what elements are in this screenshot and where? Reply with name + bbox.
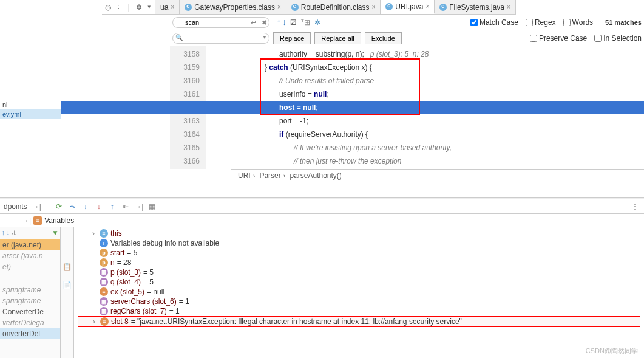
variables-tree[interactable]: ›≡this iVariables debug info not availab… xyxy=(74,227,644,358)
variables-pane: ›≡this iVariables debug info not availab… xyxy=(74,227,644,358)
var-q[interactable]: ▦q (slot_4) = 5 xyxy=(78,277,640,287)
history-icon[interactable]: ↩ xyxy=(251,19,256,27)
frame-item[interactable]: arser (java.n xyxy=(0,250,60,261)
evaluate-icon[interactable]: ▦ xyxy=(147,201,158,212)
code-line: // Undo results of failed parse xyxy=(206,74,644,88)
code-body[interactable]: authority = substring(p, n); p (slot_3):… xyxy=(206,46,644,169)
target-icon[interactable]: ◎ xyxy=(104,2,112,13)
code-line: userInfo = null; xyxy=(206,88,644,101)
code-line-current: host = null; xyxy=(61,101,644,114)
crumb[interactable]: parseAuthority() xyxy=(290,171,341,180)
replace-all-button[interactable]: Replace all xyxy=(314,32,361,44)
frame-item[interactable]: et) xyxy=(0,261,60,272)
arrow-icon[interactable]: →| xyxy=(22,216,31,225)
copy-icon[interactable]: 📋 xyxy=(62,261,73,272)
paste-icon[interactable]: 📄 xyxy=(62,280,73,291)
run-to-cursor-icon[interactable]: →| xyxy=(134,201,144,212)
match-count: 51 matches xyxy=(605,19,642,26)
search-input-wrap: ↩ ✖ xyxy=(172,17,269,28)
var-p[interactable]: ▦p (slot_3) = 5 xyxy=(78,267,640,277)
file-item-selected[interactable]: ev.yml xyxy=(0,109,61,119)
exclude-button[interactable]: Exclude xyxy=(365,32,402,44)
step-over-icon[interactable]: ⤼ xyxy=(67,201,78,212)
funnel-icon[interactable]: ▼ xyxy=(52,229,59,238)
crumb[interactable]: URI xyxy=(238,171,251,180)
in-selection-checkbox[interactable]: In Selection xyxy=(594,34,642,43)
tab-uri[interactable]: URI.java× xyxy=(381,0,435,14)
class-icon xyxy=(185,4,192,11)
gear-icon[interactable]: ✲ xyxy=(135,2,143,13)
label: Words xyxy=(572,18,593,27)
pin-icon[interactable]: →| xyxy=(32,202,41,211)
filter-icon[interactable]: ⚂ xyxy=(288,17,299,28)
var-ex[interactable]: ≡ex (slot_5) = null xyxy=(78,287,640,297)
crumb[interactable]: Parser xyxy=(259,171,280,180)
line-number: 3164 xyxy=(170,128,200,141)
top-toolbar: ◎ ÷ | ✲ ▼ xyxy=(102,0,155,15)
label: Match Case xyxy=(480,18,518,27)
tab-routedef[interactable]: RouteDefinition.class× xyxy=(286,0,381,14)
match-case-checkbox[interactable]: Match Case xyxy=(470,18,518,27)
slot-icon: ▦ xyxy=(100,278,108,286)
var-n[interactable]: pn = 28 xyxy=(78,258,640,267)
var-slot8[interactable]: ›≡slot 8 = "java.net.URISyntaxException:… xyxy=(78,316,640,327)
slot-icon: ▦ xyxy=(100,307,108,315)
next-match-icon[interactable]: ↓ xyxy=(282,17,286,28)
line-number: 3165 xyxy=(170,141,200,154)
clear-icon[interactable]: ✖ xyxy=(262,19,267,27)
regex-checkbox[interactable]: Regex xyxy=(526,18,556,27)
close-icon[interactable]: × xyxy=(171,4,174,10)
collapse-icon[interactable]: ÷ xyxy=(115,2,123,13)
var-info: iVariables debug info not available xyxy=(78,238,640,248)
file-item[interactable]: nl xyxy=(0,100,61,109)
frame-item[interactable]: springframe xyxy=(0,284,60,295)
frames-list[interactable]: ↑ ↓ ⫝ ▼ er (java.net) arser (java.n et) … xyxy=(0,227,61,358)
close-icon[interactable]: × xyxy=(277,4,281,10)
restart-icon[interactable]: ⟳ xyxy=(53,201,64,212)
replace-button[interactable]: Replace xyxy=(273,32,311,44)
step-into-icon[interactable]: ↓ xyxy=(80,201,91,212)
label: Preserve Case xyxy=(539,34,587,43)
var-start[interactable]: pstart = 5 xyxy=(78,248,640,258)
separator-icon: | xyxy=(125,2,133,13)
slot-icon: ≡ xyxy=(100,287,108,296)
up-icon[interactable]: ↑ xyxy=(1,229,5,238)
code-line: if (requireServerAuthority) { xyxy=(206,128,644,141)
force-step-icon[interactable]: ↓ xyxy=(93,201,104,212)
settings-icon[interactable]: ✲ xyxy=(312,17,323,28)
close-icon[interactable]: × xyxy=(425,3,429,10)
debug-panel: dpoints →| ⟳ ⤼ ↓ ↓ ↑ ⇤ →| ▦ ⋮ →| ≡ Varia… xyxy=(0,199,644,358)
frame-item[interactable]: springframe xyxy=(0,295,60,306)
var-regchars[interactable]: ▦regChars (slot_7) = 1 xyxy=(78,306,640,316)
preserve-case-checkbox[interactable]: Preserve Case xyxy=(530,34,587,43)
tab-endpoints[interactable]: dpoints xyxy=(4,202,27,211)
frame-item[interactable]: er (java.net) xyxy=(0,239,60,250)
dropdown-icon[interactable]: ▼ xyxy=(262,35,267,40)
line-number: 3163 xyxy=(170,114,200,128)
tab-filesystems[interactable]: FileSystems.java× xyxy=(435,0,516,14)
tab-ua[interactable]: ua× xyxy=(155,0,180,14)
debug-toolbar: dpoints →| ⟳ ⤼ ↓ ↓ ↑ ⇤ →| ▦ ⋮ xyxy=(0,199,644,214)
step-out-icon[interactable]: ↑ xyxy=(107,201,118,212)
down-icon[interactable]: ↓ xyxy=(6,229,10,238)
pin-icon[interactable]: ᵀ⊞ xyxy=(300,17,311,28)
var-serverchars[interactable]: ▦serverChars (slot_6) = 1 xyxy=(78,297,640,306)
filter-icon[interactable]: ⫝ xyxy=(11,229,18,238)
code-editor[interactable]: 3158 3159 3160 3161 3162 3163 3164 3165 … xyxy=(61,46,644,169)
words-checkbox[interactable]: Words xyxy=(563,18,593,27)
tab-gateway[interactable]: GatewayProperties.class× xyxy=(180,0,286,14)
more-icon[interactable]: ⋮ xyxy=(629,201,640,212)
class-icon xyxy=(439,4,447,11)
close-icon[interactable]: × xyxy=(507,4,510,10)
frame-item[interactable]: verterDelega xyxy=(0,317,60,328)
prev-match-icon[interactable]: ↑ xyxy=(277,17,281,28)
close-icon[interactable]: × xyxy=(372,4,376,10)
drop-frame-icon[interactable]: ⇤ xyxy=(120,201,131,212)
breadcrumb[interactable]: URI› Parser› parseAuthority() xyxy=(231,169,644,182)
dropdown-icon[interactable]: ▼ xyxy=(145,2,153,13)
var-this[interactable]: ›≡this xyxy=(78,229,640,238)
frame-item[interactable]: onverterDel xyxy=(0,328,60,339)
replace-input[interactable] xyxy=(172,33,269,44)
code-line: } catch (URISyntaxException x) { xyxy=(206,61,644,74)
frame-item[interactable]: ConverterDe xyxy=(0,306,60,317)
